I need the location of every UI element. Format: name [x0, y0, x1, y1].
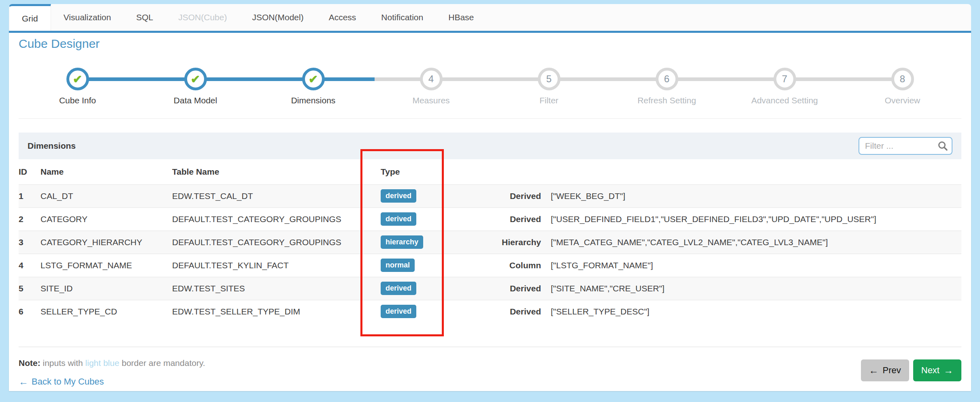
step-circle: ✔ 5	[538, 68, 560, 90]
step-circle: ✔ 4	[420, 68, 443, 90]
step-circle: ✔ 8	[891, 68, 914, 90]
step-dimensions[interactable]: ✔ 3 Dimensions	[254, 68, 372, 105]
dimensions-panel-title: Dimensions	[28, 141, 76, 151]
header-id: ID	[19, 159, 40, 184]
table-row: 4 LSTG_FORMAT_NAME DEFAULT.TEST_KYLIN_FA…	[19, 254, 961, 277]
step-cube-info[interactable]: ✔ 1 Cube Info	[19, 68, 136, 105]
type-badge: hierarchy	[381, 235, 423, 249]
type-badge: derived	[381, 212, 416, 226]
page-title: Cube Designer	[19, 37, 100, 51]
next-arrow-icon: →	[944, 365, 953, 376]
prev-arrow-icon: ←	[869, 365, 879, 376]
step-label: Measures	[372, 96, 490, 105]
step-circle: ✔ 7	[773, 68, 796, 90]
type-badge: derived	[381, 189, 416, 203]
stepper-divider	[19, 118, 961, 119]
next-button[interactable]: Next →	[913, 359, 961, 381]
step-label: Refresh Setting	[608, 96, 726, 105]
table-row: 1 CAL_DT EDW.TEST_CAL_DT derived Derived…	[19, 184, 961, 207]
table-row: 2 CATEGORY DEFAULT.TEST_CATEGORY_GROUPIN…	[19, 207, 961, 231]
back-arrow-icon: ←	[19, 376, 28, 387]
step-filter[interactable]: ✔ 5 Filter	[490, 68, 608, 105]
step-advanced-setting[interactable]: ✔ 7 Advanced Setting	[726, 68, 844, 105]
step-circle: ✔ 6	[656, 68, 678, 90]
header-type: Type	[381, 159, 441, 184]
step-label: Dimensions	[254, 96, 372, 105]
table-row: 5 SITE_ID EDW.TEST_SITES derived Derived…	[19, 277, 961, 300]
step-label: Overview	[844, 96, 961, 105]
tab-sql[interactable]: SQL	[124, 4, 166, 31]
tab-hbase[interactable]: HBase	[436, 4, 486, 31]
type-badge: normal	[381, 259, 415, 272]
step-label: Filter	[490, 96, 608, 105]
tab-json-cube: JSON(Cube)	[166, 4, 239, 31]
tab-grid[interactable]: Grid	[9, 4, 51, 31]
header-name: Name	[40, 159, 172, 184]
step-circle: ✔ 2	[184, 68, 207, 90]
step-label: Advanced Setting	[726, 96, 844, 105]
type-badge: derived	[381, 305, 416, 318]
mandatory-note: Note: inputs with light blue border are …	[19, 358, 205, 368]
tab-notification[interactable]: Notification	[369, 4, 436, 31]
step-data-model[interactable]: ✔ 2 Data Model	[136, 68, 254, 105]
search-icon	[937, 140, 948, 153]
header-kind	[441, 159, 541, 184]
table-row: 3 CATEGORY_HIERARCHY DEFAULT.TEST_CATEGO…	[19, 231, 961, 254]
step-measures[interactable]: ✔ 4 Measures	[372, 68, 490, 105]
tab-visualization[interactable]: Visualization	[51, 4, 124, 31]
table-row: 6 SELLER_TYPE_CD EDW.TEST_SELLER_TYPE_DI…	[19, 300, 961, 323]
light-blue-text: light blue	[85, 358, 119, 368]
check-icon: ✔	[191, 73, 200, 86]
header-columns	[541, 159, 961, 184]
dimensions-table: ID Name Table Name Type 1 CAL_DT EDW.TES…	[19, 159, 961, 323]
tab-bar: Grid Visualization SQL JSON(Cube) JSON(M…	[9, 4, 971, 31]
check-icon: ✔	[309, 73, 318, 86]
table-header-row: ID Name Table Name Type	[19, 159, 961, 184]
cube-designer-panel: Cube Designer ✔ 1 Cube Info ✔ 2 Data Mod…	[9, 31, 971, 391]
tab-json-model[interactable]: JSON(Model)	[239, 4, 316, 31]
step-refresh-setting[interactable]: ✔ 6 Refresh Setting	[608, 68, 726, 105]
step-label: Data Model	[136, 96, 254, 105]
header-table: Table Name	[172, 159, 381, 184]
prev-button[interactable]: ← Prev	[861, 359, 909, 381]
tab-access[interactable]: Access	[316, 4, 369, 31]
table-bottom-divider	[19, 346, 961, 347]
dimensions-panel-header: Dimensions	[19, 133, 961, 159]
check-icon: ✔	[73, 73, 82, 86]
step-circle: ✔ 1	[66, 68, 89, 90]
wizard-stepper: ✔ 1 Cube Info ✔ 2 Data Model ✔ 3 Dimensi…	[19, 68, 961, 116]
step-label: Cube Info	[19, 96, 136, 105]
step-circle: ✔ 3	[302, 68, 325, 90]
step-overview[interactable]: ✔ 8 Overview	[844, 68, 961, 105]
type-badge: derived	[381, 282, 416, 295]
back-to-my-cubes-link[interactable]: ← Back to My Cubes	[19, 376, 104, 387]
